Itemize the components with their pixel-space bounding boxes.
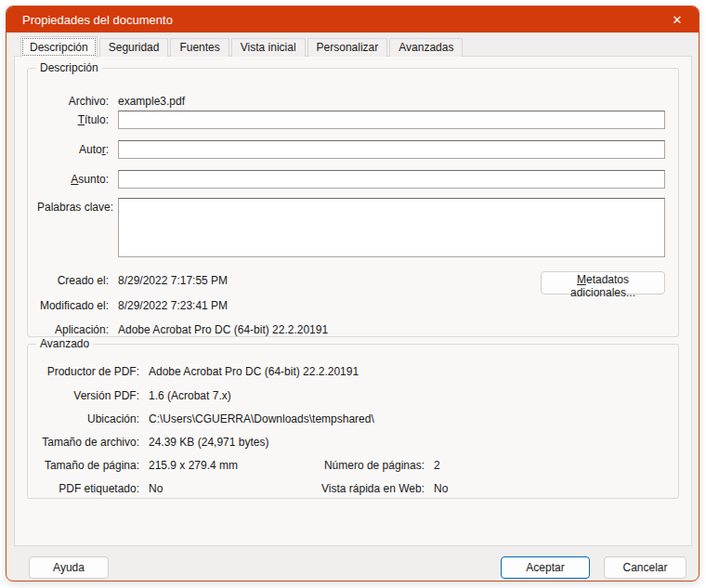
location-value: C:\Users\CGUERRA\Downloads\tempshared\	[149, 412, 374, 425]
tab-avanzadas[interactable]: Avanzadas	[389, 38, 463, 57]
application-value: Adobe Acrobat Pro DC (64-bit) 22.2.20191	[118, 323, 328, 336]
title-field[interactable]	[118, 111, 665, 129]
close-button[interactable]: ✕	[656, 7, 699, 33]
location-label: Ubicación:	[37, 412, 139, 425]
tab-strip: Descripción Seguridad Fuentes Vista inic…	[20, 36, 464, 57]
file-size-label: Tamaño de archivo:	[37, 436, 139, 449]
fast-web-view-value: No	[434, 482, 448, 495]
tab-personalizar[interactable]: Personalizar	[307, 38, 388, 57]
file-size-row: Tamaño de archivo: 24.39 KB (24,971 byte…	[37, 435, 665, 450]
advanced-groupbox: Avanzado Productor de PDF: Adobe Acrobat…	[27, 344, 679, 499]
tagged-pdf-label: PDF etiquetado:	[37, 482, 139, 495]
modified-row: Modificado el: 8/29/2022 7:23:41 PM	[37, 298, 665, 313]
subject-label: Asunto:	[37, 173, 109, 186]
tab-seguridad[interactable]: Seguridad	[99, 38, 169, 57]
tagged-pdf-value: No	[149, 482, 307, 495]
additional-metadata-button[interactable]: Metadatos adicionales...	[541, 271, 665, 294]
modified-label: Modificado el:	[37, 299, 109, 312]
tab-descripcion[interactable]: Descripción	[20, 36, 98, 58]
keywords-label: Palabras clave:	[37, 198, 109, 214]
pdf-version-label: Versión PDF:	[37, 389, 139, 402]
page-count-label: Número de páginas:	[307, 459, 425, 472]
pdf-version-value: 1.6 (Acrobat 7.x)	[149, 389, 231, 402]
application-label: Aplicación:	[37, 323, 109, 336]
titlebar: Propiedades del documento ✕	[7, 7, 699, 33]
advanced-legend: Avanzado	[36, 337, 93, 351]
author-label: Autor:	[37, 143, 109, 156]
document-properties-dialog: Propiedades del documento ✕ Descripción …	[6, 6, 699, 581]
application-row: Aplicación: Adobe Acrobat Pro DC (64-bit…	[37, 322, 665, 337]
pdf-producer-label: Productor de PDF:	[37, 365, 139, 378]
subject-field[interactable]	[118, 170, 665, 189]
file-label: Archivo:	[37, 95, 109, 108]
cancel-button[interactable]: Cancelar	[604, 556, 686, 579]
description-legend: Descripción	[36, 61, 102, 75]
page-count-value: 2	[434, 459, 440, 472]
page-size-value: 215.9 x 279.4 mm	[149, 459, 307, 472]
window-title: Propiedades del documento	[22, 13, 173, 27]
keywords-row: Palabras clave:	[37, 198, 665, 257]
keywords-field[interactable]	[118, 198, 665, 257]
ok-button[interactable]: Aceptar	[501, 556, 590, 579]
help-button[interactable]: Ayuda	[29, 556, 109, 579]
file-value: example3.pdf	[118, 95, 185, 108]
file-size-value: 24.39 KB (24,971 bytes)	[149, 436, 268, 449]
created-value: 8/29/2022 7:17:55 PM	[118, 274, 228, 287]
tab-panel-description: Descripción Archivo: example3.pdf Título…	[14, 56, 692, 546]
close-icon: ✕	[673, 13, 683, 27]
fast-web-view-label: Vista rápida en Web:	[307, 482, 425, 495]
pdf-version-row: Versión PDF: 1.6 (Acrobat 7.x)	[37, 388, 665, 403]
created-label: Creado el:	[37, 274, 109, 287]
pdf-producer-row: Productor de PDF: Adobe Acrobat Pro DC (…	[37, 364, 665, 379]
tagged-pdf-row: PDF etiquetado: No Vista rápida en Web: …	[37, 481, 665, 496]
tab-fuentes[interactable]: Fuentes	[170, 38, 229, 57]
location-row: Ubicación: C:\Users\CGUERRA\Downloads\te…	[37, 412, 665, 426]
subject-row: Asunto:	[37, 170, 665, 189]
title-row: Título:	[37, 111, 665, 129]
file-row: Archivo: example3.pdf	[37, 94, 665, 109]
author-field[interactable]	[118, 140, 665, 159]
page-size-row: Tamaño de página: 215.9 x 279.4 mm Númer…	[37, 458, 665, 473]
tab-vista-inicial[interactable]: Vista inicial	[231, 38, 306, 57]
description-groupbox: Descripción Archivo: example3.pdf Título…	[27, 68, 679, 337]
title-label: Título:	[37, 113, 109, 126]
pdf-producer-value: Adobe Acrobat Pro DC (64-bit) 22.2.20191	[149, 365, 359, 378]
modified-value: 8/29/2022 7:23:41 PM	[118, 299, 228, 312]
author-row: Autor:	[37, 140, 665, 159]
page-size-label: Tamaño de página:	[37, 459, 139, 472]
